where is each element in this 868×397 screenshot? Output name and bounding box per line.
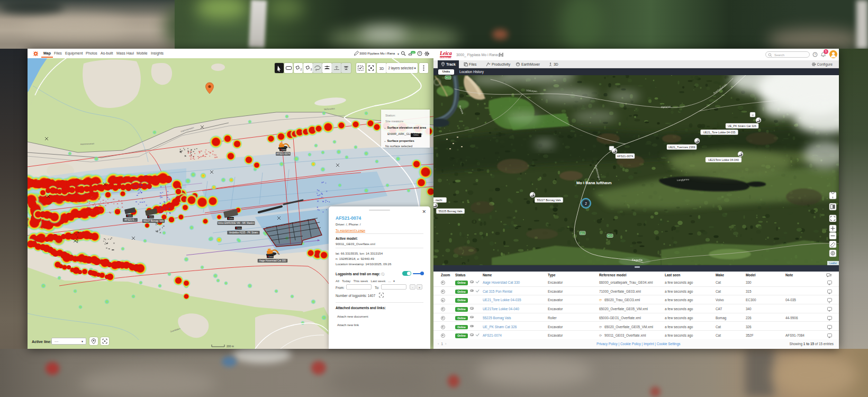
svg-text:Leica: Leica bbox=[128, 215, 132, 217]
svg-text:E12: E12 bbox=[446, 76, 450, 79]
svg-text:Leaflet: Leaflet bbox=[829, 262, 837, 265]
svg-text:200 m: 200 m bbox=[227, 345, 234, 348]
svg-text:Leica: Leica bbox=[237, 227, 241, 229]
svg-text:55227 Bomag Vals: 55227 Bomag Vals bbox=[143, 220, 164, 222]
svg-text:3D: 3D bbox=[379, 67, 384, 70]
svg-text:Leica: Leica bbox=[282, 149, 286, 151]
svg-text:55227 Bomag Vals: 55227 Bomag Vals bbox=[537, 198, 560, 202]
svg-text:⊙: ⊙ bbox=[752, 113, 754, 116]
svg-text:3: 3 bbox=[310, 68, 312, 71]
svg-text:E12: E12 bbox=[608, 234, 612, 237]
svg-text:Aage Hoverstad Cat 330: Aage Hoverstad Cat 330 bbox=[259, 259, 286, 262]
svg-text:Mo i Rana lufthavn: Mo i Rana lufthavn bbox=[576, 181, 612, 185]
svg-text:UE21_Tore Lokke 04-035: UE21_Tore Lokke 04-035 bbox=[703, 131, 735, 134]
svg-text:Volvo EWR150E VM - MK Maskin: Volvo EWR150E VM - MK Maskin bbox=[218, 222, 255, 224]
svg-text:2: 2 bbox=[585, 202, 587, 205]
svg-text:E12: E12 bbox=[581, 232, 585, 234]
svg-text:?: ? bbox=[419, 52, 421, 55]
svg-text:UE21_Tvermes 2369: UE21_Tvermes 2369 bbox=[668, 146, 695, 149]
svg-text:UE21Tore Lokke 04-040: UE21Tore Lokke 04-040 bbox=[708, 158, 739, 161]
svg-text:UE_PK Strøm Cat 326: UE_PK Strøm Cat 326 bbox=[728, 124, 756, 128]
svg-text:Fagerlia: Fagerlia bbox=[632, 258, 643, 261]
svg-text:Veidekke H235 - PK Strøm: Veidekke H235 - PK Strøm bbox=[229, 231, 258, 234]
svg-text:AFS21-0...: AFS21-0... bbox=[124, 219, 136, 221]
svg-text:Leica: Leica bbox=[229, 218, 233, 220]
svg-text:Leica: Leica bbox=[269, 256, 273, 258]
svg-text:Leica: Leica bbox=[149, 216, 153, 218]
svg-text:?: ? bbox=[814, 53, 816, 56]
svg-text:55225 Bomag Vals: 55225 Bomag Vals bbox=[438, 210, 462, 213]
svg-text:AFS21-0074: AFS21-0074 bbox=[617, 155, 633, 158]
svg-text:...itachi: ...itachi bbox=[433, 198, 442, 202]
svg-text:AFS21-0074: AFS21-0074 bbox=[276, 152, 290, 155]
svg-text:2: 2 bbox=[301, 68, 302, 71]
svg-text:500: 500 bbox=[412, 52, 415, 54]
